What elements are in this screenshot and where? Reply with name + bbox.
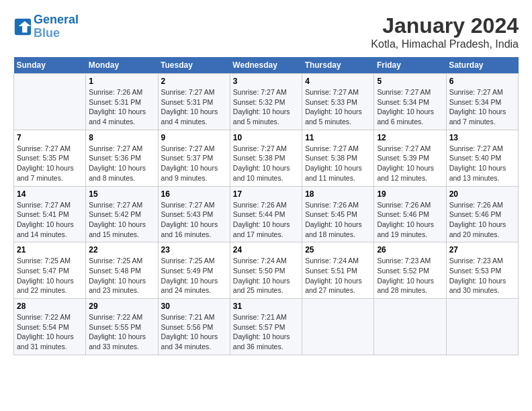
- cell-info: Sunrise: 7:27 AM Sunset: 5:33 PM Dayligh…: [305, 87, 371, 127]
- day-number: 15: [89, 189, 154, 199]
- day-number: 22: [89, 245, 154, 255]
- calendar-cell: 1Sunrise: 7:26 AM Sunset: 5:31 PM Daylig…: [86, 74, 158, 130]
- calendar-cell: 20Sunrise: 7:26 AM Sunset: 5:46 PM Dayli…: [446, 186, 518, 242]
- calendar-cell: 6Sunrise: 7:27 AM Sunset: 5:34 PM Daylig…: [446, 74, 518, 130]
- cell-info: Sunrise: 7:27 AM Sunset: 5:43 PM Dayligh…: [161, 200, 227, 240]
- cell-info: Sunrise: 7:21 AM Sunset: 5:56 PM Dayligh…: [161, 312, 227, 352]
- logo: General Blue: [13, 13, 79, 40]
- dow-saturday: Saturday: [446, 57, 518, 74]
- title-block: January 2024 Kotla, Himachal Pradesh, In…: [371, 13, 519, 50]
- dow-thursday: Thursday: [302, 57, 374, 74]
- calendar-cell: 23Sunrise: 7:25 AM Sunset: 5:49 PM Dayli…: [158, 242, 230, 299]
- day-number: 24: [233, 245, 299, 255]
- month-title: January 2024: [371, 13, 519, 38]
- week-row-1: 1Sunrise: 7:26 AM Sunset: 5:31 PM Daylig…: [14, 74, 519, 130]
- calendar-table: SundayMondayTuesdayWednesdayThursdayFrid…: [13, 57, 519, 355]
- calendar-cell: 16Sunrise: 7:27 AM Sunset: 5:43 PM Dayli…: [158, 186, 230, 242]
- cell-info: Sunrise: 7:26 AM Sunset: 5:31 PM Dayligh…: [89, 87, 154, 127]
- cell-info: Sunrise: 7:22 AM Sunset: 5:55 PM Dayligh…: [89, 312, 154, 352]
- cell-info: Sunrise: 7:24 AM Sunset: 5:51 PM Dayligh…: [305, 256, 371, 295]
- calendar-cell: 22Sunrise: 7:25 AM Sunset: 5:48 PM Dayli…: [86, 242, 158, 299]
- calendar-cell: 31Sunrise: 7:21 AM Sunset: 5:57 PM Dayli…: [230, 299, 302, 355]
- calendar-cell: 14Sunrise: 7:27 AM Sunset: 5:41 PM Dayli…: [14, 186, 86, 242]
- calendar-cell: [446, 299, 518, 355]
- calendar-cell: [302, 299, 374, 355]
- day-number: 21: [17, 245, 83, 255]
- day-number: 1: [89, 77, 154, 86]
- day-number: 8: [89, 133, 154, 142]
- calendar-cell: [374, 299, 446, 355]
- dow-wednesday: Wednesday: [230, 57, 302, 74]
- cell-info: Sunrise: 7:27 AM Sunset: 5:41 PM Dayligh…: [17, 200, 83, 240]
- day-number: 13: [449, 133, 515, 142]
- cell-info: Sunrise: 7:22 AM Sunset: 5:54 PM Dayligh…: [17, 312, 83, 352]
- dow-friday: Friday: [374, 57, 446, 74]
- day-number: 28: [17, 302, 83, 311]
- logo-icon: [13, 17, 32, 36]
- calendar-cell: 4Sunrise: 7:27 AM Sunset: 5:33 PM Daylig…: [302, 74, 374, 130]
- cell-info: Sunrise: 7:26 AM Sunset: 5:46 PM Dayligh…: [449, 200, 515, 240]
- cell-info: Sunrise: 7:27 AM Sunset: 5:42 PM Dayligh…: [89, 200, 154, 240]
- day-number: 29: [89, 302, 154, 311]
- cell-info: Sunrise: 7:25 AM Sunset: 5:48 PM Dayligh…: [89, 256, 154, 295]
- calendar-cell: 15Sunrise: 7:27 AM Sunset: 5:42 PM Dayli…: [86, 186, 158, 242]
- calendar-cell: 12Sunrise: 7:27 AM Sunset: 5:39 PM Dayli…: [374, 130, 446, 186]
- calendar-cell: 13Sunrise: 7:27 AM Sunset: 5:40 PM Dayli…: [446, 130, 518, 186]
- calendar-cell: 5Sunrise: 7:27 AM Sunset: 5:34 PM Daylig…: [374, 74, 446, 130]
- calendar-cell: 7Sunrise: 7:27 AM Sunset: 5:35 PM Daylig…: [14, 130, 86, 186]
- day-number: 2: [161, 77, 227, 86]
- calendar-cell: 28Sunrise: 7:22 AM Sunset: 5:54 PM Dayli…: [14, 299, 86, 355]
- week-row-5: 28Sunrise: 7:22 AM Sunset: 5:54 PM Dayli…: [14, 299, 519, 355]
- day-number: 17: [233, 189, 299, 199]
- day-number: 31: [233, 302, 299, 311]
- week-row-2: 7Sunrise: 7:27 AM Sunset: 5:35 PM Daylig…: [14, 130, 519, 186]
- calendar-cell: [14, 74, 86, 130]
- calendar-cell: 30Sunrise: 7:21 AM Sunset: 5:56 PM Dayli…: [158, 299, 230, 355]
- cell-info: Sunrise: 7:23 AM Sunset: 5:52 PM Dayligh…: [377, 256, 443, 295]
- day-number: 20: [449, 189, 515, 199]
- day-number: 14: [17, 189, 83, 199]
- cell-info: Sunrise: 7:27 AM Sunset: 5:38 PM Dayligh…: [233, 144, 299, 183]
- calendar-cell: 17Sunrise: 7:26 AM Sunset: 5:44 PM Dayli…: [230, 186, 302, 242]
- day-number: 3: [233, 77, 299, 86]
- cell-info: Sunrise: 7:27 AM Sunset: 5:34 PM Dayligh…: [377, 87, 443, 127]
- page-header: General Blue January 2024 Kotla, Himacha…: [13, 13, 519, 50]
- calendar-cell: 29Sunrise: 7:22 AM Sunset: 5:55 PM Dayli…: [86, 299, 158, 355]
- dow-tuesday: Tuesday: [158, 57, 230, 74]
- calendar-cell: 25Sunrise: 7:24 AM Sunset: 5:51 PM Dayli…: [302, 242, 374, 299]
- dow-sunday: Sunday: [14, 57, 86, 74]
- cell-info: Sunrise: 7:21 AM Sunset: 5:57 PM Dayligh…: [233, 312, 299, 352]
- logo-line1: General: [34, 13, 79, 27]
- day-number: 7: [17, 133, 83, 142]
- cell-info: Sunrise: 7:23 AM Sunset: 5:53 PM Dayligh…: [449, 256, 515, 295]
- day-number: 19: [377, 189, 443, 199]
- cell-info: Sunrise: 7:27 AM Sunset: 5:39 PM Dayligh…: [377, 144, 443, 183]
- cell-info: Sunrise: 7:26 AM Sunset: 5:46 PM Dayligh…: [377, 200, 443, 240]
- calendar-cell: 21Sunrise: 7:25 AM Sunset: 5:47 PM Dayli…: [14, 242, 86, 299]
- week-row-4: 21Sunrise: 7:25 AM Sunset: 5:47 PM Dayli…: [14, 242, 519, 299]
- calendar-cell: 19Sunrise: 7:26 AM Sunset: 5:46 PM Dayli…: [374, 186, 446, 242]
- cell-info: Sunrise: 7:27 AM Sunset: 5:31 PM Dayligh…: [161, 87, 227, 127]
- dow-monday: Monday: [86, 57, 158, 74]
- location-title: Kotla, Himachal Pradesh, India: [371, 38, 519, 50]
- day-number: 27: [449, 245, 515, 255]
- calendar-cell: 10Sunrise: 7:27 AM Sunset: 5:38 PM Dayli…: [230, 130, 302, 186]
- day-number: 16: [161, 189, 227, 199]
- calendar-cell: 11Sunrise: 7:27 AM Sunset: 5:38 PM Dayli…: [302, 130, 374, 186]
- day-number: 12: [377, 133, 443, 142]
- cell-info: Sunrise: 7:24 AM Sunset: 5:50 PM Dayligh…: [233, 256, 299, 295]
- cell-info: Sunrise: 7:27 AM Sunset: 5:35 PM Dayligh…: [17, 144, 83, 183]
- calendar-cell: 9Sunrise: 7:27 AM Sunset: 5:37 PM Daylig…: [158, 130, 230, 186]
- cell-info: Sunrise: 7:25 AM Sunset: 5:49 PM Dayligh…: [161, 256, 227, 295]
- cell-info: Sunrise: 7:26 AM Sunset: 5:44 PM Dayligh…: [233, 200, 299, 240]
- calendar-cell: 8Sunrise: 7:27 AM Sunset: 5:36 PM Daylig…: [86, 130, 158, 186]
- calendar-cell: 26Sunrise: 7:23 AM Sunset: 5:52 PM Dayli…: [374, 242, 446, 299]
- calendar-cell: 18Sunrise: 7:26 AM Sunset: 5:45 PM Dayli…: [302, 186, 374, 242]
- week-row-3: 14Sunrise: 7:27 AM Sunset: 5:41 PM Dayli…: [14, 186, 519, 242]
- day-number: 9: [161, 133, 227, 142]
- day-number: 25: [305, 245, 371, 255]
- cell-info: Sunrise: 7:27 AM Sunset: 5:38 PM Dayligh…: [305, 144, 371, 183]
- day-number: 26: [377, 245, 443, 255]
- day-number: 6: [449, 77, 515, 86]
- calendar-cell: 3Sunrise: 7:27 AM Sunset: 5:32 PM Daylig…: [230, 74, 302, 130]
